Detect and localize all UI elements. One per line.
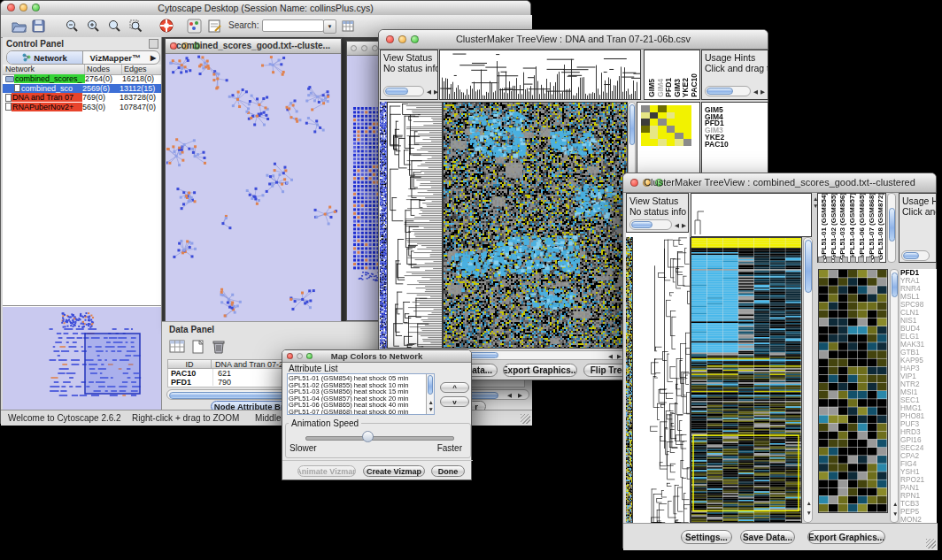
heatmap-cell[interactable] xyxy=(675,119,683,126)
column-marker[interactable] xyxy=(826,257,832,263)
column-marker[interactable] xyxy=(874,257,880,263)
heatmap-cell[interactable] xyxy=(658,133,667,140)
scroll-right-icon[interactable]: ▶ xyxy=(518,393,522,399)
tv2-heatmap[interactable] xyxy=(691,237,802,523)
heatmap-cell[interactable] xyxy=(683,139,692,146)
network-frame-title-bar[interactable]: combined_scores_good.txt--cluste... xyxy=(166,39,341,54)
mini-heatmap[interactable] xyxy=(641,105,691,146)
vscroll-thumb[interactable] xyxy=(892,272,898,297)
attribute-list-item[interactable]: GPL51-06 (GSM865) heat shock 40 min xyxy=(289,402,425,409)
column-marker[interactable] xyxy=(842,257,848,263)
network-row[interactable]: RNAPuberNov2+563(0)107847(0) xyxy=(3,103,161,112)
heatmap-cell[interactable] xyxy=(683,119,692,126)
heatmap-cell[interactable] xyxy=(650,139,659,146)
column-label[interactable]: PFD1 xyxy=(664,78,673,97)
column-marker[interactable] xyxy=(818,257,824,263)
heatmap-cell[interactable] xyxy=(641,105,650,112)
save-icon[interactable] xyxy=(31,19,46,37)
heatmap-cell[interactable] xyxy=(650,112,659,119)
heatmap-cell[interactable] xyxy=(675,105,683,112)
scroll-right-icon[interactable]: ▶ xyxy=(617,354,622,360)
speed-slider-track[interactable] xyxy=(305,436,454,441)
column-label[interactable]: GPL51-07 (GSM868) xyxy=(868,193,876,260)
network-row[interactable]: DNA and Tran 07769(0)183728(0) xyxy=(3,93,161,103)
column-label[interactable]: GPL51-04 (GSM857) xyxy=(848,193,856,260)
zoom-fit-icon[interactable] xyxy=(107,19,122,37)
delete-attribute-icon[interactable] xyxy=(211,339,227,358)
attribute-list[interactable]: GPL51-01 (GSM854) heat shock 05 minGPL51… xyxy=(287,373,435,415)
tv2-vscrollbar[interactable]: ▲ ▼ xyxy=(803,237,813,523)
heatmap-cell[interactable] xyxy=(675,133,683,140)
zoom-in-icon[interactable] xyxy=(86,19,101,37)
row-label[interactable]: PAC10 xyxy=(705,140,729,149)
heatmap-cell[interactable] xyxy=(683,126,692,133)
birdseye-panel[interactable] xyxy=(3,305,161,410)
create-vizmap-button[interactable]: Create Vizmap xyxy=(363,465,425,477)
heatmap-cell[interactable] xyxy=(683,105,692,112)
tv2-global-strip[interactable] xyxy=(626,237,632,523)
scroll-right-icon[interactable]: ▶ xyxy=(682,223,686,229)
heatmap-cell[interactable] xyxy=(650,133,659,140)
network-name[interactable]: combined_sco xyxy=(20,84,82,93)
tab-vizmapper[interactable]: VizMapper™ xyxy=(83,51,147,64)
column-label[interactable]: GPL51-08 (GSM872) xyxy=(876,193,884,260)
attribute-list-item[interactable]: GPL51-07 (GSM868) heat shock 60 min xyxy=(289,409,425,416)
tv1-global-strip[interactable] xyxy=(380,102,387,349)
heatmap-cell[interactable] xyxy=(658,126,667,133)
birdseye-canvas[interactable] xyxy=(3,307,161,410)
tv2-status-scrollbar[interactable] xyxy=(629,219,672,230)
attribute-list-item[interactable]: GPL51-02 (GSM855) heat shock 10 min xyxy=(289,382,425,389)
save-data-button[interactable]: Save Data... xyxy=(740,530,795,544)
heatmap-cell[interactable] xyxy=(675,139,683,146)
scroll-left-icon[interactable]: ◀ xyxy=(753,89,758,96)
tv2-row-dendrogram[interactable] xyxy=(632,237,691,523)
column-marker[interactable] xyxy=(866,257,872,263)
heatmap-cell[interactable] xyxy=(658,105,667,112)
scroll-down-icon[interactable]: ▼ xyxy=(807,510,812,517)
attribute-list-item[interactable]: GPL51-03 (GSM856) heat shock 15 min xyxy=(289,388,425,395)
scroll-up-icon[interactable]: ▲ xyxy=(807,501,812,507)
heatmap-cell[interactable] xyxy=(683,112,692,119)
heatmap-cell[interactable] xyxy=(675,112,683,119)
scroll-up-icon[interactable]: ▲ xyxy=(429,400,434,406)
heatmap-cell[interactable] xyxy=(683,133,692,140)
resize-grip[interactable] xyxy=(926,539,936,548)
heatmap-cell[interactable] xyxy=(650,126,659,133)
network-row[interactable]: combined_sco2569(6)13112(15) xyxy=(3,84,161,94)
heatmap-cell[interactable] xyxy=(650,119,659,126)
network-name[interactable]: RNAPuberNov2+ xyxy=(12,103,82,111)
tv2-title-bar[interactable]: ClusterMaker TreeView : combined_scores_… xyxy=(623,173,936,193)
col-edges[interactable]: Edges xyxy=(122,65,161,74)
heatmap-cell[interactable] xyxy=(650,105,659,112)
column-label[interactable]: PAC10 xyxy=(690,73,699,97)
tv2-zoom-heatmap[interactable] xyxy=(818,269,888,513)
column-marker[interactable] xyxy=(858,257,864,263)
tv2-hints-scrollbar[interactable] xyxy=(901,250,930,261)
main-title-bar[interactable]: Cytoscape Desktop (Session Name: collins… xyxy=(1,1,530,16)
annotation-icon[interactable] xyxy=(207,19,222,37)
tab-network[interactable]: Network xyxy=(7,51,83,64)
heatmap-cell[interactable] xyxy=(667,119,676,126)
vscroll-thumb[interactable] xyxy=(428,375,433,395)
heatmap-cell[interactable] xyxy=(658,119,667,126)
tv1-status-scrollbar[interactable] xyxy=(383,86,424,96)
scroll-right-icon[interactable]: ▶ xyxy=(761,89,765,96)
tv2-collabel-vscrollbar[interactable] xyxy=(887,193,896,263)
gene-label-list[interactable]: PFD1YRA1RNR4MSL1SPC98CLN1NIS1BUD4ELG1MAK… xyxy=(900,269,937,523)
vscroll-thumb[interactable] xyxy=(629,104,635,145)
tv1-row-dendrogram[interactable] xyxy=(387,102,443,349)
column-label[interactable]: GPL51-03 (GSM856) xyxy=(838,193,846,260)
network-name[interactable]: combined_scores_ xyxy=(14,74,85,83)
column-marker[interactable] xyxy=(834,257,840,263)
scroll-left-icon[interactable]: ◀ xyxy=(675,223,679,229)
column-label[interactable]: GPL51-06 (GSM865) xyxy=(858,193,866,260)
heatmap-cell[interactable] xyxy=(675,126,683,133)
heatmap-cell[interactable] xyxy=(641,119,650,126)
scroll-left-icon[interactable]: ◀ xyxy=(507,393,512,399)
minimize-icon[interactable] xyxy=(361,45,367,51)
scroll-right-icon[interactable]: ▶ xyxy=(434,89,438,96)
scroll-left-icon[interactable]: ◀ xyxy=(608,354,613,360)
heatmap-cell[interactable] xyxy=(667,112,676,119)
attribute-list-item[interactable]: GPL51-04 (GSM857) heat shock 20 min xyxy=(289,395,425,403)
heatmap-cell[interactable] xyxy=(641,112,650,119)
